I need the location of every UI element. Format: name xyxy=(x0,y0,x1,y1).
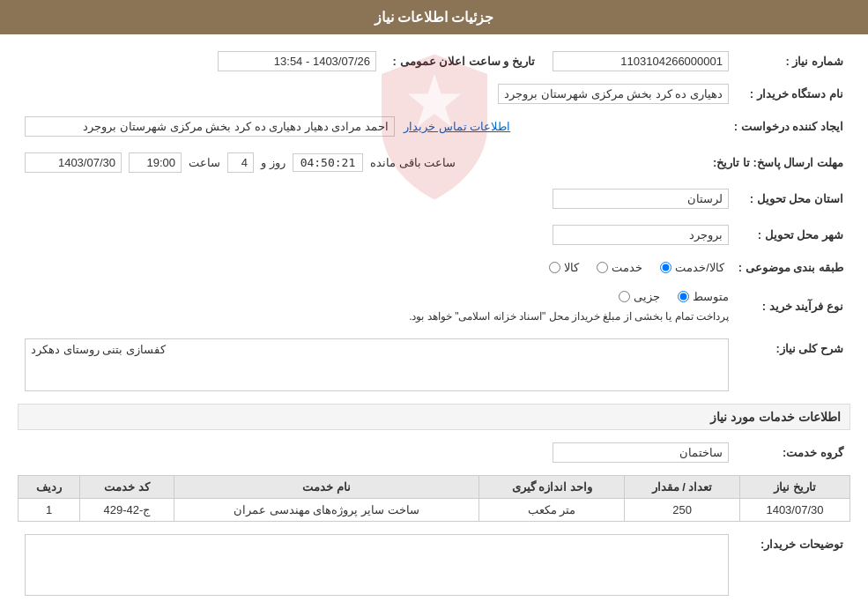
col-name: نام خدمت xyxy=(174,476,479,499)
info-section-8: نوع فرآیند خرید : متوسط جزیی xyxy=(18,286,850,326)
table-row: 1403/07/30 250 متر مکعب ساخت سایر پروژه‌… xyxy=(19,499,850,522)
radio-mottaset-input[interactable] xyxy=(678,291,689,302)
ostan-label: استان محل تحویل : xyxy=(736,185,850,212)
gorooh-label: گروه خدمت: xyxy=(736,439,850,466)
mohlat-saat-label: ساعت xyxy=(189,156,220,169)
radio-khadamat-input[interactable] xyxy=(597,262,608,273)
nam-dastgah-value: دهیاری ده کرد بخش مرکزی شهرستان بروجرد xyxy=(498,84,729,104)
info-section-7: طبقه بندی موضوعی : کالا/خدمت خدمت کالا xyxy=(18,257,850,278)
page-title: جزئیات اطلاعات نیاز xyxy=(375,10,494,25)
col-kod: کد خدمت xyxy=(80,476,174,499)
gorooh-section: گروه خدمت: ساختمان xyxy=(18,439,850,466)
info-section-6: شهر محل تحویل : بروجرد xyxy=(18,221,850,249)
tarikh-elan-value: 1403/07/26 - 13:54 xyxy=(218,51,376,71)
shahr-label: شهر محل تحویل : xyxy=(736,221,850,249)
nam-dastgah-label: نام دستگاه خریدار : xyxy=(736,84,850,104)
mohlat-roz-label: روز و xyxy=(261,156,286,169)
cell-tedad: 250 xyxy=(625,499,740,522)
radio-kala: کالا xyxy=(549,261,579,274)
cell-name: ساخت سایر پروژه‌های مهندسی عمران xyxy=(174,499,479,522)
radio-mottaset: متوسط xyxy=(678,290,729,303)
tarikh-elan-label: تاریخ و ساعت اعلان عمومی : xyxy=(383,48,542,75)
noe-farayand-label: نوع فرآیند خرید : xyxy=(736,286,850,326)
info-section-4: مهلت ارسال پاسخ: تا تاریخ: ساعت باقی مان… xyxy=(18,149,850,176)
mohlat-roz: 4 xyxy=(227,152,254,173)
info-section-2: نام دستگاه خریدار : دهیاری ده کرد بخش مر… xyxy=(18,84,850,104)
towzih-label: توضیحات خریدار: xyxy=(736,531,850,599)
tabaqe-label: طبقه بندی موضوعی : xyxy=(731,257,850,278)
cell-tarikh: 1403/07/30 xyxy=(739,499,849,522)
info-section-1: شماره نیاز : 1103104266000001 تاریخ و سا… xyxy=(18,48,850,75)
mohlat-date: 1403/07/30 xyxy=(25,152,122,173)
cell-kod: ج-42-429 xyxy=(80,499,174,522)
radio-kala-khadamat-label: کالا/خدمت xyxy=(675,261,724,274)
radio-kala-khadamat-input[interactable] xyxy=(660,262,671,273)
radio-mottaset-label: متوسط xyxy=(693,290,729,303)
shomara-niaz-value: 1103104266000001 xyxy=(553,51,729,71)
mohlat-mande-label: ساعت باقی مانده xyxy=(370,156,456,169)
ijad-konande-value: احمد مرادی دهیار دهیاری ده کرد بخش مرکزی… xyxy=(25,116,395,137)
sharh-value: کفسازی بتنی روستای دهکرد xyxy=(25,338,729,391)
towzih-value xyxy=(25,534,729,596)
radio-jozi-label: جزیی xyxy=(634,290,660,303)
page-header: جزئیات اطلاعات نیاز xyxy=(0,0,868,34)
ijad-konande-label: ایجاد کننده درخواست : xyxy=(727,113,850,140)
info-section-sharh: شرح کلی نیاز: کفسازی بتنی روستای دهکرد xyxy=(18,335,850,395)
shomara-niaz-label: شماره نیاز : xyxy=(736,48,850,75)
radio-kala-label: کالا xyxy=(564,261,579,274)
radio-khadamat: خدمت xyxy=(597,261,642,274)
radio-khadamat-label: خدمت xyxy=(612,261,642,274)
ettelaat-tamas-link[interactable]: اطلاعات تماس خریدار xyxy=(404,120,510,133)
sharh-label: شرح کلی نیاز: xyxy=(736,335,850,395)
info-section-5: استان محل تحویل : لرستان xyxy=(18,185,850,212)
gorooh-value: ساختمان xyxy=(553,442,729,463)
radio-jozi: جزیی xyxy=(619,290,660,303)
mohlat-saat: 19:00 xyxy=(129,152,182,173)
purchase-note: پرداخت تمام یا بخشی از مبلغ خریداز محل "… xyxy=(25,310,729,323)
cell-unit: متر مکعب xyxy=(479,499,625,522)
col-unit: واحد اندازه گیری xyxy=(479,476,625,499)
radio-kala-khadamat: کالا/خدمت xyxy=(660,261,724,274)
mohlat-label: مهلت ارسال پاسخ: تا تاریخ: xyxy=(706,149,850,176)
ostan-value: لرستان xyxy=(553,189,729,209)
radio-kala-input[interactable] xyxy=(549,262,560,273)
col-radif: ردیف xyxy=(19,476,80,499)
col-tarikh: تاریخ نیاز xyxy=(739,476,849,499)
khadamat-section-header: اطلاعات خدمات مورد نیاز xyxy=(18,404,850,430)
service-table: تاریخ نیاز تعداد / مقدار واحد اندازه گیر… xyxy=(18,475,850,522)
cell-radif: 1 xyxy=(19,499,80,522)
mohlat-timer: 04:50:21 xyxy=(293,153,364,172)
shahr-value: بروجرد xyxy=(553,225,729,245)
towzih-section: توضیحات خریدار: xyxy=(18,531,850,599)
col-tedad: تعداد / مقدار xyxy=(625,476,740,499)
info-section-3: ایجاد کننده درخواست : اطلاعات تماس خریدا… xyxy=(18,113,850,140)
radio-jozi-input[interactable] xyxy=(619,291,630,302)
